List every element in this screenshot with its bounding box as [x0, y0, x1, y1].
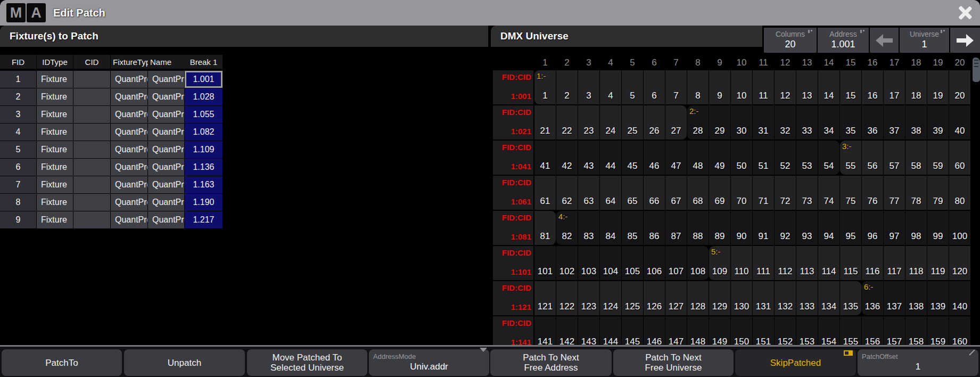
- fixture-cell-name[interactable]: QuantPro: [148, 176, 184, 193]
- dmx-channel-cell[interactable]: 153: [796, 316, 818, 345]
- fixture-cell-idtype[interactable]: Fixture: [37, 88, 73, 105]
- dmx-channel-cell[interactable]: 143: [578, 316, 599, 345]
- fixture-cell-idtype[interactable]: Fixture: [37, 211, 73, 228]
- dmx-channel-cell[interactable]: 97: [884, 211, 905, 245]
- dmx-channel-cell[interactable]: 24: [600, 105, 621, 140]
- dmx-channel-cell[interactable]: 160: [949, 316, 970, 345]
- dmx-channel-cell[interactable]: 126: [644, 281, 665, 315]
- dmx-channel-cell[interactable]: 101: [534, 246, 556, 280]
- dmx-channel-cell[interactable]: 3:-55: [840, 141, 861, 175]
- skip-patched-toggle[interactable]: SkipPatched: [735, 349, 856, 376]
- dmx-channel-cell[interactable]: 26: [644, 105, 665, 140]
- dmx-channel-cell[interactable]: 95: [840, 211, 861, 245]
- dmx-channel-cell[interactable]: 92: [775, 211, 796, 245]
- dmx-channel-cell[interactable]: 135: [840, 281, 861, 315]
- fixture-cell-name[interactable]: QuantPro: [148, 71, 184, 88]
- unpatch-button[interactable]: Unpatch: [124, 349, 245, 376]
- dmx-channel-cell[interactable]: 17: [884, 70, 905, 104]
- dmx-channel-cell[interactable]: 132: [775, 281, 796, 315]
- dmx-channel-cell[interactable]: 70: [731, 176, 752, 210]
- column-header-name[interactable]: Name: [148, 55, 186, 69]
- dmx-channel-cell[interactable]: 4: [600, 70, 621, 104]
- dmx-channel-cell[interactable]: 59: [927, 141, 949, 175]
- fixture-cell-break1[interactable]: 1.163: [185, 176, 223, 193]
- dmx-channel-cell[interactable]: 11: [753, 70, 774, 104]
- fixture-cell-break1[interactable]: 1.136: [185, 159, 223, 176]
- dmx-channel-cell[interactable]: 19: [927, 70, 949, 104]
- fixture-cell-fixture_type[interactable]: QuantPro: [111, 159, 147, 176]
- dmx-channel-cell[interactable]: 105: [622, 246, 643, 280]
- dmx-channel-cell[interactable]: 114: [818, 246, 839, 280]
- column-header-cid[interactable]: CID: [73, 55, 110, 69]
- fixture-cell-fid[interactable]: 4: [0, 124, 36, 141]
- fixture-cell-fixture_type[interactable]: QuantPro: [111, 71, 147, 88]
- dmx-channel-cell[interactable]: 65: [622, 176, 643, 210]
- dmx-channel-cell[interactable]: 40: [949, 105, 970, 140]
- dmx-channel-cell[interactable]: 63: [578, 176, 599, 210]
- dmx-channel-cell[interactable]: 138: [905, 281, 927, 315]
- fixture-cell-break1[interactable]: 1.109: [185, 141, 223, 158]
- dmx-channel-cell[interactable]: 18: [905, 70, 927, 104]
- dmx-channel-cell[interactable]: 134: [818, 281, 839, 315]
- column-header-fixturetype[interactable]: FixtureType: [111, 55, 150, 69]
- dmx-channel-cell[interactable]: 7: [665, 70, 687, 104]
- column-header-fid[interactable]: FID: [0, 55, 36, 69]
- dmx-channel-cell[interactable]: 10: [731, 70, 752, 104]
- dmx-channel-cell[interactable]: 74: [818, 176, 839, 210]
- dmx-channel-cell[interactable]: 47: [665, 141, 687, 175]
- patch-next-free-universe-button[interactable]: Patch To Next Free Universe: [613, 349, 734, 376]
- fixture-cell-break1[interactable]: 1.190: [185, 194, 223, 211]
- dmx-channel-cell[interactable]: 36: [862, 105, 883, 140]
- dmx-channel-cell[interactable]: 80: [949, 176, 970, 210]
- column-header-idtype[interactable]: IDType: [37, 55, 73, 69]
- dmx-channel-cell[interactable]: 15: [840, 70, 861, 104]
- move-patched-button[interactable]: Move Patched To Selected Universe: [247, 349, 367, 376]
- dmx-channel-cell[interactable]: 127: [665, 281, 687, 315]
- dmx-channel-cell[interactable]: 32: [775, 105, 796, 140]
- fixture-cell-fid[interactable]: 2: [0, 88, 36, 105]
- fixture-cell-cid[interactable]: [73, 124, 110, 141]
- dmx-channel-cell[interactable]: 52: [775, 141, 796, 175]
- dmx-channel-cell[interactable]: 121: [534, 281, 556, 315]
- dmx-channel-cell[interactable]: 41: [534, 141, 556, 175]
- dmx-channel-cell[interactable]: 30: [731, 105, 752, 140]
- patch-offset-button[interactable]: PatchOffset 1: [858, 349, 978, 376]
- dmx-channel-cell[interactable]: 129: [709, 281, 730, 315]
- fixture-cell-cid[interactable]: [73, 176, 110, 193]
- dmx-channel-cell[interactable]: 115: [840, 246, 861, 280]
- fixture-cell-fixture_type[interactable]: QuantPro: [111, 194, 147, 211]
- dmx-channel-cell[interactable]: 50: [731, 141, 752, 175]
- fixture-cell-idtype[interactable]: Fixture: [37, 106, 73, 123]
- universe-control[interactable]: Universe 1: [900, 28, 949, 53]
- dmx-channel-cell[interactable]: 154: [818, 316, 839, 345]
- dmx-channel-cell[interactable]: 107: [665, 246, 687, 280]
- dmx-channel-cell[interactable]: 37: [884, 105, 905, 140]
- dmx-channel-cell[interactable]: 42: [556, 141, 578, 175]
- columns-control[interactable]: Columns 20: [764, 28, 817, 53]
- dmx-channel-cell[interactable]: 5:-109: [709, 246, 730, 280]
- dmx-channel-cell[interactable]: 44: [600, 141, 621, 175]
- dmx-channel-cell[interactable]: 1:-1: [534, 70, 556, 104]
- dmx-channel-cell[interactable]: 157: [884, 316, 905, 345]
- column-header-break-1[interactable]: Break 1: [185, 55, 223, 69]
- dmx-channel-cell[interactable]: 149: [709, 316, 730, 345]
- dmx-channel-cell[interactable]: 130: [731, 281, 752, 315]
- dmx-channel-cell[interactable]: 66: [644, 176, 665, 210]
- fixture-cell-fixture_type[interactable]: QuantPro: [111, 141, 147, 158]
- dmx-channel-cell[interactable]: 93: [796, 211, 818, 245]
- dmx-channel-cell[interactable]: 112: [775, 246, 796, 280]
- dmx-channel-cell[interactable]: 73: [796, 176, 818, 210]
- patch-next-free-address-button[interactable]: Patch To Next Free Address: [490, 349, 612, 376]
- grid-scrollbar-handle[interactable]: [973, 58, 980, 82]
- fixture-cell-cid[interactable]: [73, 194, 110, 211]
- dmx-channel-cell[interactable]: 75: [840, 176, 861, 210]
- dmx-channel-cell[interactable]: 71: [753, 176, 774, 210]
- fixture-cell-break1[interactable]: 1.217: [185, 211, 223, 228]
- fixture-cell-break1[interactable]: 1.055: [185, 106, 223, 123]
- fixture-cell-fid[interactable]: 8: [0, 194, 36, 211]
- dmx-channel-cell[interactable]: 38: [905, 105, 927, 140]
- dmx-channel-cell[interactable]: 68: [687, 176, 709, 210]
- dmx-channel-cell[interactable]: 31: [753, 105, 774, 140]
- dmx-channel-cell[interactable]: 16: [862, 70, 883, 104]
- dmx-channel-cell[interactable]: 88: [687, 211, 709, 245]
